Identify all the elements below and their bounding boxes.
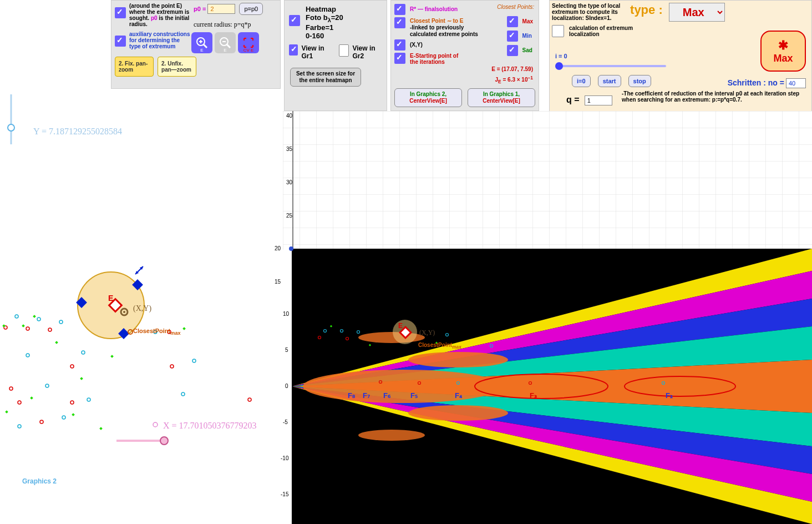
svg-rect-47 — [33, 315, 36, 318]
svg-rect-51 — [182, 327, 186, 330]
svg-point-38 — [18, 401, 21, 404]
chk-min[interactable] — [507, 31, 518, 42]
svg-point-71 — [303, 370, 503, 403]
htick-m10: -10 — [281, 455, 288, 461]
min-label: Min — [522, 33, 532, 42]
f2: F₂ — [666, 391, 673, 400]
heat-cp-label: ClosestPointmax — [418, 342, 461, 350]
current-radius-text: current radius: p=q*p — [194, 21, 263, 29]
graphics1-grid[interactable] — [283, 111, 812, 250]
svg-rect-50 — [110, 355, 114, 358]
p0-input[interactable] — [207, 4, 235, 14]
svg-point-39 — [70, 401, 74, 404]
svg-point-37 — [70, 365, 74, 368]
btn-unfix-zoom[interactable]: 2. Unfix. pan—zoom — [158, 57, 196, 77]
f6: F₆ — [383, 391, 390, 400]
btn-p-eq-p0[interactable]: p=p0 — [239, 3, 263, 15]
type-select[interactable]: Max — [669, 3, 725, 22]
heatmap-canvas[interactable] — [292, 249, 812, 524]
tick-40: 40 — [286, 113, 292, 119]
aux-desc: auxiliary constructions for determining … — [129, 31, 190, 54]
htick-5: 5 — [285, 347, 288, 353]
svg-rect-45 — [2, 324, 6, 328]
start-pt-label: E-Starting point of the iterations — [410, 53, 465, 65]
f3: F₃ — [530, 391, 537, 400]
htick-0: 0 — [285, 383, 288, 389]
svg-point-35 — [26, 327, 29, 330]
svg-point-20 — [123, 311, 125, 313]
panel-heatmap: Heatmap Foto bλ=20 Farbe=1 0-160 View in… — [284, 0, 387, 111]
schritten-row: Schritten : no = — [728, 78, 806, 88]
btn-zoom-in[interactable]: E — [191, 32, 212, 53]
chk-view-gr1[interactable] — [289, 44, 298, 56]
chk-max[interactable] — [507, 16, 518, 27]
f4: F₄ — [455, 391, 462, 400]
svg-point-42 — [248, 398, 251, 401]
svg-point-75 — [408, 405, 508, 421]
svg-rect-49 — [80, 377, 83, 380]
htick-10: 10 — [283, 311, 289, 317]
btn-screen-size[interactable]: Set the screen size for the entire heatm… — [290, 68, 361, 87]
svg-point-57 — [160, 437, 168, 445]
view-gr2-label: View in Gr2 — [352, 44, 382, 60]
chk-sad[interactable] — [507, 45, 518, 56]
chk-xy[interactable] — [394, 39, 405, 51]
btn-start[interactable]: start — [598, 75, 621, 87]
btn-star-max[interactable]: ✱Max — [760, 31, 806, 72]
svg-point-22 — [15, 315, 18, 318]
e-point-label: E — [108, 294, 113, 303]
tick-25: 25 — [286, 213, 292, 219]
svg-point-23 — [37, 318, 40, 321]
i-slider[interactable] — [555, 65, 666, 67]
btn-i0[interactable]: i=0 — [572, 75, 591, 87]
rfinal-label: R* — finalsolution — [410, 6, 458, 15]
tick-30: 30 — [286, 179, 292, 185]
extremum-desc: Selecting the type of local extremum to … — [552, 3, 624, 21]
type-label: type : — [630, 3, 663, 17]
no-input[interactable] — [786, 78, 806, 88]
svg-point-26 — [26, 354, 29, 357]
svg-point-40 — [170, 365, 174, 368]
htick-20: 20 — [275, 245, 281, 251]
panel-points: Closest Points: R* — finalsolution Close… — [390, 0, 539, 111]
svg-rect-59 — [283, 111, 812, 250]
q-input[interactable] — [585, 95, 612, 105]
panel-extremum: Selecting the type of local extremum to … — [549, 0, 812, 115]
svg-point-33 — [87, 398, 90, 401]
btn-center-g1[interactable]: In Graphics 1,CenterView[E] — [468, 88, 535, 107]
svg-point-43 — [9, 387, 13, 390]
view-gr1-label: View in Gr1 — [301, 44, 331, 60]
radius-desc: (around the point E) where the extremum … — [129, 3, 190, 29]
chk-start[interactable] — [394, 53, 405, 64]
btn-fix-zoom[interactable]: 2. Fix. pan-zoom — [115, 57, 154, 77]
closest-e-label: Closest Point ∼ to E — [410, 18, 463, 24]
btn-stop[interactable]: stop — [628, 75, 651, 87]
panel-radius: (around the point E) where the extremum … — [111, 0, 281, 89]
htick-m15: -15 — [281, 491, 288, 497]
btn-zoom-out[interactable]: E — [215, 32, 236, 53]
sad-label: Sad — [522, 47, 532, 56]
p0-label: p0 = — [194, 6, 206, 12]
svg-point-8 — [8, 124, 14, 131]
btn-cv-e[interactable]: CV E — [238, 32, 259, 53]
svg-point-27 — [45, 384, 49, 387]
q-desc: -The coefficient of reduction of the int… — [622, 90, 805, 103]
svg-rect-46 — [22, 324, 25, 328]
chk-closest[interactable] — [394, 17, 405, 28]
chk-calc-loc[interactable] — [552, 25, 564, 37]
q-label: q = — [566, 95, 580, 104]
svg-point-74 — [408, 352, 508, 367]
chk-view-gr2[interactable] — [339, 44, 349, 57]
svg-rect-54 — [72, 413, 75, 416]
svg-point-29 — [192, 359, 196, 362]
max-label: Max — [522, 18, 533, 27]
closest-point-label: ClosestPointmax — [133, 328, 181, 336]
btn-center-g2[interactable]: In Graphics 2,CenterView[E] — [394, 88, 462, 107]
chk-aux[interactable] — [115, 36, 126, 47]
svg-rect-55 — [99, 427, 103, 430]
chk-heatmap[interactable] — [289, 15, 300, 26]
chk-radius[interactable] — [115, 7, 126, 18]
heat-e-label: E — [398, 322, 403, 330]
origin-dot[interactable] — [289, 246, 293, 251]
chk-rfinal[interactable] — [394, 4, 405, 15]
